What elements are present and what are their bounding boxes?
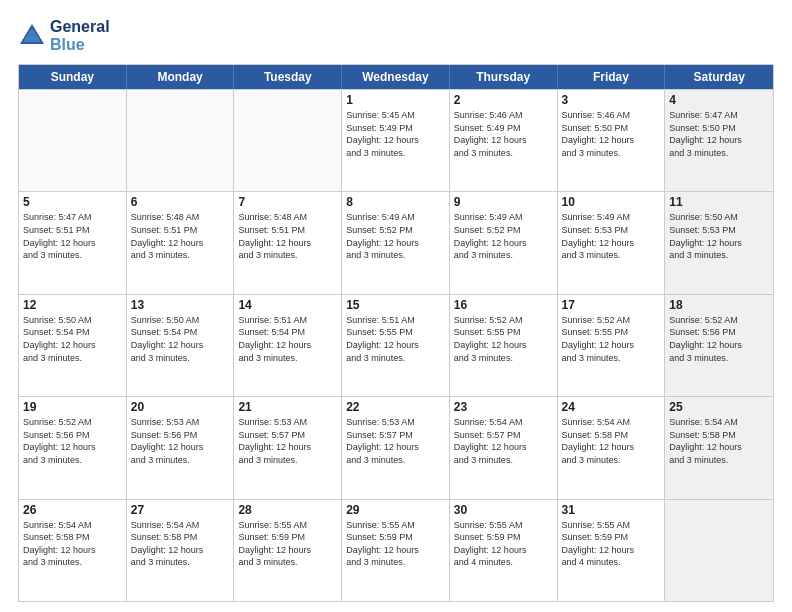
cell-info: Sunrise: 5:55 AMSunset: 5:59 PMDaylight:… — [346, 519, 445, 569]
cell-info: Sunrise: 5:46 AMSunset: 5:49 PMDaylight:… — [454, 109, 553, 159]
cell-info: Sunrise: 5:53 AMSunset: 5:57 PMDaylight:… — [238, 416, 337, 466]
calendar-cell: 11Sunrise: 5:50 AMSunset: 5:53 PMDayligh… — [665, 192, 773, 293]
day-number: 23 — [454, 400, 553, 414]
calendar-cell: 13Sunrise: 5:50 AMSunset: 5:54 PMDayligh… — [127, 295, 235, 396]
calendar-cell: 2Sunrise: 5:46 AMSunset: 5:49 PMDaylight… — [450, 90, 558, 191]
cell-info: Sunrise: 5:51 AMSunset: 5:54 PMDaylight:… — [238, 314, 337, 364]
day-number: 11 — [669, 195, 769, 209]
cell-info: Sunrise: 5:50 AMSunset: 5:53 PMDaylight:… — [669, 211, 769, 261]
calendar-cell — [234, 90, 342, 191]
cell-info: Sunrise: 5:55 AMSunset: 5:59 PMDaylight:… — [238, 519, 337, 569]
cell-info: Sunrise: 5:47 AMSunset: 5:50 PMDaylight:… — [669, 109, 769, 159]
cell-info: Sunrise: 5:54 AMSunset: 5:58 PMDaylight:… — [131, 519, 230, 569]
calendar-cell: 3Sunrise: 5:46 AMSunset: 5:50 PMDaylight… — [558, 90, 666, 191]
day-number: 6 — [131, 195, 230, 209]
day-number: 4 — [669, 93, 769, 107]
logo-text: General Blue — [50, 18, 110, 54]
cell-info: Sunrise: 5:55 AMSunset: 5:59 PMDaylight:… — [562, 519, 661, 569]
day-number: 17 — [562, 298, 661, 312]
calendar-cell: 28Sunrise: 5:55 AMSunset: 5:59 PMDayligh… — [234, 500, 342, 601]
weekday-header-friday: Friday — [558, 65, 666, 89]
calendar-cell: 17Sunrise: 5:52 AMSunset: 5:55 PMDayligh… — [558, 295, 666, 396]
day-number: 15 — [346, 298, 445, 312]
cell-info: Sunrise: 5:54 AMSunset: 5:58 PMDaylight:… — [669, 416, 769, 466]
day-number: 19 — [23, 400, 122, 414]
calendar-cell: 21Sunrise: 5:53 AMSunset: 5:57 PMDayligh… — [234, 397, 342, 498]
logo: General Blue — [18, 18, 110, 54]
cell-info: Sunrise: 5:55 AMSunset: 5:59 PMDaylight:… — [454, 519, 553, 569]
cell-info: Sunrise: 5:52 AMSunset: 5:56 PMDaylight:… — [669, 314, 769, 364]
cell-info: Sunrise: 5:49 AMSunset: 5:52 PMDaylight:… — [346, 211, 445, 261]
calendar: SundayMondayTuesdayWednesdayThursdayFrid… — [18, 64, 774, 602]
day-number: 2 — [454, 93, 553, 107]
calendar-cell: 6Sunrise: 5:48 AMSunset: 5:51 PMDaylight… — [127, 192, 235, 293]
calendar-cell: 25Sunrise: 5:54 AMSunset: 5:58 PMDayligh… — [665, 397, 773, 498]
cell-info: Sunrise: 5:47 AMSunset: 5:51 PMDaylight:… — [23, 211, 122, 261]
cell-info: Sunrise: 5:54 AMSunset: 5:57 PMDaylight:… — [454, 416, 553, 466]
day-number: 7 — [238, 195, 337, 209]
calendar-cell: 10Sunrise: 5:49 AMSunset: 5:53 PMDayligh… — [558, 192, 666, 293]
day-number: 1 — [346, 93, 445, 107]
calendar-cell: 18Sunrise: 5:52 AMSunset: 5:56 PMDayligh… — [665, 295, 773, 396]
header: General Blue — [18, 18, 774, 54]
weekday-header-wednesday: Wednesday — [342, 65, 450, 89]
calendar-cell: 7Sunrise: 5:48 AMSunset: 5:51 PMDaylight… — [234, 192, 342, 293]
day-number: 5 — [23, 195, 122, 209]
calendar-cell: 14Sunrise: 5:51 AMSunset: 5:54 PMDayligh… — [234, 295, 342, 396]
day-number: 25 — [669, 400, 769, 414]
cell-info: Sunrise: 5:53 AMSunset: 5:57 PMDaylight:… — [346, 416, 445, 466]
cell-info: Sunrise: 5:54 AMSunset: 5:58 PMDaylight:… — [562, 416, 661, 466]
day-number: 8 — [346, 195, 445, 209]
weekday-header-monday: Monday — [127, 65, 235, 89]
cell-info: Sunrise: 5:50 AMSunset: 5:54 PMDaylight:… — [23, 314, 122, 364]
calendar-cell: 27Sunrise: 5:54 AMSunset: 5:58 PMDayligh… — [127, 500, 235, 601]
cell-info: Sunrise: 5:51 AMSunset: 5:55 PMDaylight:… — [346, 314, 445, 364]
calendar-cell: 29Sunrise: 5:55 AMSunset: 5:59 PMDayligh… — [342, 500, 450, 601]
calendar-cell: 31Sunrise: 5:55 AMSunset: 5:59 PMDayligh… — [558, 500, 666, 601]
cell-info: Sunrise: 5:46 AMSunset: 5:50 PMDaylight:… — [562, 109, 661, 159]
calendar-header: SundayMondayTuesdayWednesdayThursdayFrid… — [19, 65, 773, 89]
calendar-row-0: 1Sunrise: 5:45 AMSunset: 5:49 PMDaylight… — [19, 89, 773, 191]
weekday-header-sunday: Sunday — [19, 65, 127, 89]
cell-info: Sunrise: 5:49 AMSunset: 5:53 PMDaylight:… — [562, 211, 661, 261]
day-number: 16 — [454, 298, 553, 312]
cell-info: Sunrise: 5:53 AMSunset: 5:56 PMDaylight:… — [131, 416, 230, 466]
day-number: 22 — [346, 400, 445, 414]
calendar-cell — [665, 500, 773, 601]
cell-info: Sunrise: 5:52 AMSunset: 5:55 PMDaylight:… — [454, 314, 553, 364]
cell-info: Sunrise: 5:50 AMSunset: 5:54 PMDaylight:… — [131, 314, 230, 364]
calendar-cell: 16Sunrise: 5:52 AMSunset: 5:55 PMDayligh… — [450, 295, 558, 396]
calendar-row-3: 19Sunrise: 5:52 AMSunset: 5:56 PMDayligh… — [19, 396, 773, 498]
day-number: 12 — [23, 298, 122, 312]
day-number: 13 — [131, 298, 230, 312]
day-number: 18 — [669, 298, 769, 312]
day-number: 28 — [238, 503, 337, 517]
calendar-cell: 8Sunrise: 5:49 AMSunset: 5:52 PMDaylight… — [342, 192, 450, 293]
cell-info: Sunrise: 5:45 AMSunset: 5:49 PMDaylight:… — [346, 109, 445, 159]
weekday-header-saturday: Saturday — [665, 65, 773, 89]
calendar-cell — [19, 90, 127, 191]
page: General Blue SundayMondayTuesdayWednesda… — [0, 0, 792, 612]
day-number: 27 — [131, 503, 230, 517]
day-number: 9 — [454, 195, 553, 209]
calendar-cell: 30Sunrise: 5:55 AMSunset: 5:59 PMDayligh… — [450, 500, 558, 601]
calendar-cell: 15Sunrise: 5:51 AMSunset: 5:55 PMDayligh… — [342, 295, 450, 396]
cell-info: Sunrise: 5:48 AMSunset: 5:51 PMDaylight:… — [131, 211, 230, 261]
calendar-cell: 26Sunrise: 5:54 AMSunset: 5:58 PMDayligh… — [19, 500, 127, 601]
weekday-header-tuesday: Tuesday — [234, 65, 342, 89]
calendar-cell: 20Sunrise: 5:53 AMSunset: 5:56 PMDayligh… — [127, 397, 235, 498]
cell-info: Sunrise: 5:54 AMSunset: 5:58 PMDaylight:… — [23, 519, 122, 569]
calendar-cell: 22Sunrise: 5:53 AMSunset: 5:57 PMDayligh… — [342, 397, 450, 498]
day-number: 20 — [131, 400, 230, 414]
cell-info: Sunrise: 5:52 AMSunset: 5:55 PMDaylight:… — [562, 314, 661, 364]
day-number: 14 — [238, 298, 337, 312]
day-number: 10 — [562, 195, 661, 209]
calendar-cell: 12Sunrise: 5:50 AMSunset: 5:54 PMDayligh… — [19, 295, 127, 396]
calendar-cell: 1Sunrise: 5:45 AMSunset: 5:49 PMDaylight… — [342, 90, 450, 191]
cell-info: Sunrise: 5:49 AMSunset: 5:52 PMDaylight:… — [454, 211, 553, 261]
calendar-row-4: 26Sunrise: 5:54 AMSunset: 5:58 PMDayligh… — [19, 499, 773, 601]
calendar-cell: 19Sunrise: 5:52 AMSunset: 5:56 PMDayligh… — [19, 397, 127, 498]
cell-info: Sunrise: 5:48 AMSunset: 5:51 PMDaylight:… — [238, 211, 337, 261]
calendar-cell: 9Sunrise: 5:49 AMSunset: 5:52 PMDaylight… — [450, 192, 558, 293]
calendar-cell — [127, 90, 235, 191]
